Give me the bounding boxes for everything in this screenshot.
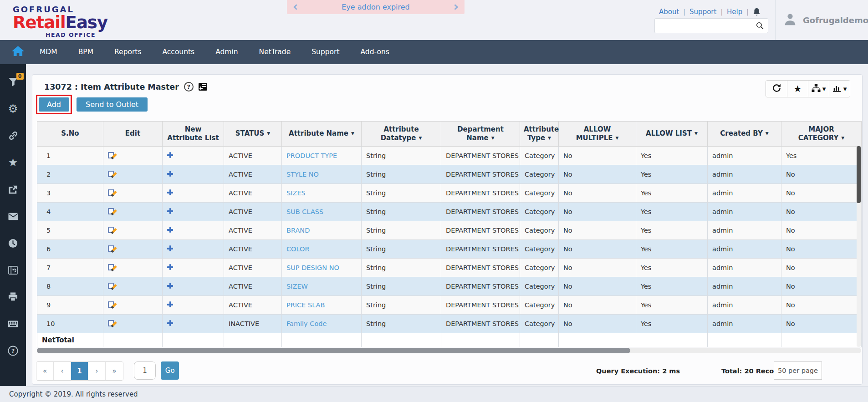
cell-created-by: admin [708,315,781,333]
new-attribute-plus-icon[interactable] [167,208,173,214]
new-attribute-plus-icon[interactable] [167,227,173,233]
new-attribute-plus-icon[interactable] [167,189,173,195]
edit-icon[interactable] [108,282,116,290]
edit-icon[interactable] [108,189,116,196]
cell-department: DEPARTMENT STORES [441,277,520,296]
send-to-outlet-button[interactable]: Send to Outlet [77,97,148,112]
edit-icon[interactable] [108,301,116,308]
user-menu[interactable]: Gofrugaldemo [775,0,868,40]
top-links: About| Support| Help| [659,8,761,16]
print-icon[interactable] [7,291,19,303]
new-attribute-plus-icon[interactable] [167,152,173,158]
new-attribute-plus-icon[interactable] [167,301,173,307]
edit-icon[interactable] [108,264,116,271]
current-page-button[interactable]: 1 [71,362,88,380]
edit-icon[interactable] [108,170,116,178]
help-link[interactable]: Help [727,8,742,16]
edit-icon[interactable] [108,245,116,252]
nav-items: MDMBPMReportsAccountsAdminNetTradeSuppor… [29,40,400,64]
nav-item-mdm[interactable]: MDM [29,40,68,64]
edit-icon[interactable] [108,226,116,234]
nav-item-add-ons[interactable]: Add-ons [350,40,400,64]
keyboard-icon[interactable] [7,318,19,330]
chart-button[interactable]: ▼ [829,81,850,97]
column-label: S.No [61,129,79,137]
refresh-button[interactable] [766,81,787,97]
per-page-select[interactable]: 50 per page [774,361,822,380]
nav-item-bpm[interactable]: BPM [68,40,104,64]
new-attribute-plus-icon[interactable] [167,245,173,251]
attribute-name-link[interactable]: PRODUCT TYPE [286,152,337,159]
cell-new-attribute [163,240,224,259]
attribute-name-link[interactable]: SIZEW [286,283,308,290]
net-total-cell [708,333,781,347]
column-header-allow-list[interactable]: ALLOW LIST▼ [636,122,708,147]
edit-icon[interactable] [108,320,116,327]
favorite-button[interactable]: ★ [787,81,808,97]
attribute-name-link[interactable]: Family Code [286,320,327,327]
add-button[interactable]: Add [39,97,69,112]
mail-icon[interactable] [7,210,19,222]
new-attribute-plus-icon[interactable] [167,320,173,326]
history-icon[interactable] [7,237,19,249]
support-link[interactable]: Support [689,8,716,16]
window-sync-icon[interactable] [7,264,19,276]
attribute-name-link[interactable]: STYLE NO [286,171,319,178]
help-icon[interactable] [184,82,194,92]
edit-icon[interactable] [108,208,116,215]
vertical-scrollbar-thumb[interactable] [857,146,861,203]
hierarchy-button[interactable]: ▼ [808,81,829,97]
column-header-status[interactable]: STATUS▼ [224,122,282,147]
go-button[interactable]: Go [161,361,179,380]
home-button[interactable] [9,40,26,64]
column-label: STATUS [235,129,265,137]
nav-item-admin[interactable]: Admin [205,40,248,64]
first-page-button[interactable]: « [36,362,54,380]
edit-icon[interactable] [108,152,116,159]
new-attribute-plus-icon[interactable] [167,264,173,270]
horizontal-scrollbar-thumb[interactable] [37,348,630,353]
help-icon[interactable]: ? [7,345,19,356]
column-header-attribute-type[interactable]: Attribute Type▼ [520,122,559,147]
settings-icon[interactable]: ⚙ [7,103,19,115]
attribute-name-link[interactable]: SIZES [286,189,306,197]
cell-allow-list: Yes [636,147,708,165]
cell-new-attribute [163,184,224,203]
attribute-name-link[interactable]: SUB CLASS [286,208,323,215]
nav-item-reports[interactable]: Reports [104,40,152,64]
search-input[interactable] [655,19,751,33]
banner-next-icon[interactable] [452,4,458,10]
cell-allow-list: Yes [636,277,708,296]
nav-item-support[interactable]: Support [301,40,350,64]
notifications-bell-icon[interactable] [753,8,761,16]
prev-page-button[interactable]: ‹ [54,362,71,380]
search-icon[interactable] [751,21,768,30]
module-shortcut-icon[interactable] [199,83,207,91]
table-row: 10INACTIVEFamily CodeStringDEPARTMENT ST… [37,315,862,333]
column-header-allow-multiple[interactable]: ALLOW MULTIPLE▼ [559,122,636,147]
item-attribute-table: S.NoEditNew Attribute ListSTATUS▼Attribu… [37,121,862,347]
about-link[interactable]: About [659,8,679,16]
nav-item-nettrade[interactable]: NetTrade [249,40,301,64]
attribute-name-link[interactable]: COLOR [286,245,310,253]
favorites-icon[interactable]: ★ [7,157,19,168]
filter-icon[interactable]: 0 [7,76,19,88]
attribute-name-link[interactable]: SUP DESIGN NO [286,264,339,271]
goto-page-input[interactable] [134,361,156,380]
nav-item-accounts[interactable]: Accounts [152,40,205,64]
share-icon[interactable] [7,183,19,195]
column-header-major-category[interactable]: MAJOR CATEGORY▼ [781,122,862,147]
column-header-attribute-name[interactable]: Attribute Name▼ [282,122,362,147]
cell-sno: 1 [37,147,103,165]
column-header-attribute-datatype[interactable]: Attribute Datatype▼ [362,122,441,147]
last-page-button[interactable]: » [106,362,123,380]
attribute-name-link[interactable]: PRICE SLAB [286,301,325,309]
link-icon[interactable] [7,130,19,142]
new-attribute-plus-icon[interactable] [167,283,173,289]
cell-attribute-type: Category [520,315,559,333]
column-header-created-by[interactable]: Created BY▼ [708,122,781,147]
attribute-name-link[interactable]: BRAND [286,227,310,234]
new-attribute-plus-icon[interactable] [167,171,173,177]
column-header-department-name[interactable]: Department Name▼ [441,122,520,147]
next-page-button[interactable]: › [88,362,106,380]
